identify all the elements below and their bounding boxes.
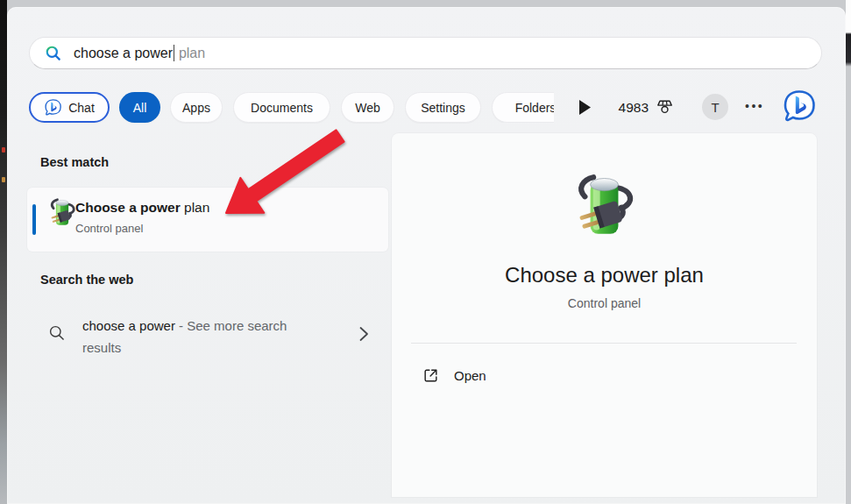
- search-icon: [48, 324, 67, 343]
- tab-folders-clip: Folders: [492, 92, 554, 123]
- best-match-title: Choose a power plan: [75, 200, 209, 216]
- search-input[interactable]: choose a power plan: [29, 37, 822, 69]
- tab-folders[interactable]: Folders: [492, 92, 554, 123]
- rewards-points-button[interactable]: 4983: [610, 92, 675, 123]
- rewards-points-value: 4983: [610, 100, 649, 116]
- open-button[interactable]: Open: [411, 359, 797, 391]
- tab-chat[interactable]: Chat: [29, 92, 110, 123]
- best-match-subtitle: Control panel: [75, 222, 143, 235]
- search-icon: [45, 45, 62, 62]
- tab-documents[interactable]: Documents: [233, 92, 330, 123]
- preview-subtitle: Control panel: [392, 296, 817, 310]
- filter-bar: Chat All Apps Documents Web Settings Fol…: [7, 92, 846, 127]
- tab-all-label: All: [133, 101, 147, 115]
- bing-chat-icon: [44, 98, 62, 117]
- open-label: Open: [454, 368, 486, 383]
- windows-search-flyout: choose a power plan Chat All Apps Docume…: [0, 0, 851, 504]
- more-options-button[interactable]: •••: [745, 99, 764, 113]
- divider: [411, 343, 797, 344]
- search-query-text: choose a power: [74, 46, 173, 61]
- tab-documents-label: Documents: [251, 101, 313, 115]
- best-match-result[interactable]: Choose a power plan Control panel: [27, 188, 388, 252]
- open-external-icon: [422, 367, 439, 384]
- desktop-edge-left: [0, 0, 7, 504]
- tab-apps-label: Apps: [182, 101, 210, 115]
- account-avatar[interactable]: T: [702, 94, 728, 120]
- power-plan-icon: [46, 197, 79, 231]
- tab-settings[interactable]: Settings: [405, 92, 481, 123]
- preview-pane: Choose a power plan Control panel Open: [392, 133, 817, 497]
- bing-logo-icon: [782, 89, 817, 124]
- desktop-fleck: [2, 147, 5, 153]
- bing-chat-button[interactable]: [782, 89, 817, 124]
- selection-accent-bar: [32, 204, 36, 235]
- tab-settings-label: Settings: [421, 101, 465, 115]
- tab-chat-label: Chat: [68, 101, 95, 115]
- desktop-fleck: [2, 177, 5, 182]
- search-web-header: Search the web: [40, 273, 133, 287]
- tab-folders-label: Folders: [515, 101, 554, 115]
- avatar-initial: T: [711, 100, 719, 115]
- tab-web-label: Web: [355, 101, 380, 115]
- web-search-text: choose a power - See more search results: [82, 315, 312, 358]
- tab-apps[interactable]: Apps: [170, 92, 223, 123]
- web-search-result[interactable]: choose a power - See more search results: [27, 305, 388, 363]
- power-plan-icon-large: [567, 172, 642, 246]
- search-suggestion-text: plan: [174, 46, 205, 61]
- play-right-icon: [578, 99, 592, 116]
- scroll-tabs-right-button[interactable]: [573, 96, 596, 118]
- preview-title: Choose a power plan: [392, 263, 817, 287]
- best-match-header: Best match: [40, 155, 109, 169]
- chevron-right-icon[interactable]: [358, 326, 369, 342]
- tab-web[interactable]: Web: [341, 92, 394, 123]
- tab-all[interactable]: All: [119, 92, 160, 123]
- rewards-medal-icon: [655, 97, 675, 117]
- desktop-edge-right: [846, 0, 851, 504]
